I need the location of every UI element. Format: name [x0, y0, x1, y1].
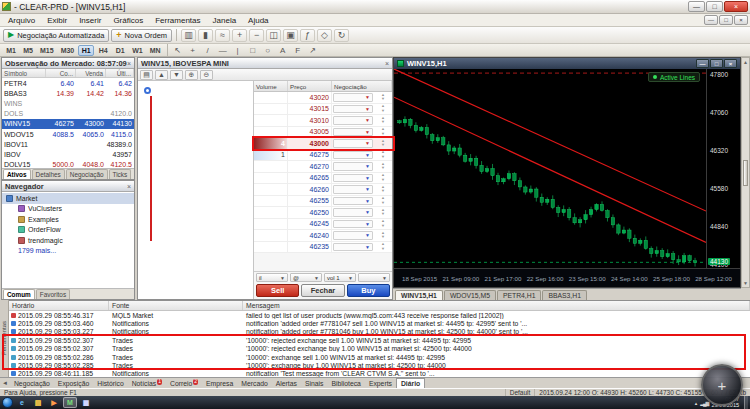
start-button[interactable] — [2, 397, 13, 408]
chart-tab-bbas3-h1[interactable]: BBAS3,H1 — [542, 290, 587, 300]
trade-dropdown[interactable]: ▼ — [333, 243, 373, 252]
dom-price-row[interactable]: 146275▼▲▼ — [254, 150, 392, 162]
column-last[interactable]: Últi... — [106, 69, 134, 77]
mdi-close-button[interactable]: × — [734, 15, 748, 25]
hidden-icons-arrow[interactable]: ▴ — [695, 400, 698, 406]
column-time[interactable]: Horário — [9, 301, 109, 310]
text-icon[interactable]: A — [276, 45, 290, 56]
toolbox-tab-alertas[interactable]: Alertas — [272, 378, 301, 388]
dom-price-row[interactable]: 46255▼▲▼ — [254, 196, 392, 208]
buy-button[interactable]: Buy — [347, 284, 390, 297]
objects-icon[interactable]: ◇ — [317, 29, 332, 42]
timeframe-w1[interactable]: W1 — [129, 45, 146, 56]
dom-price-row[interactable]: 46235▼▲▼ — [254, 242, 392, 254]
market-watch-row[interactable]: IBOV1148389.0 — [2, 139, 134, 149]
zoom-in-icon[interactable]: + — [232, 29, 247, 42]
dom-control-2[interactable]: vol 1▼ — [324, 273, 356, 282]
autotrade-button[interactable]: ▶ Negociação Automatizada — [3, 29, 109, 42]
crosshair-icon[interactable]: + — [186, 45, 200, 56]
close-button[interactable]: × — [724, 1, 748, 12]
vertical-line-icon[interactable]: | — [231, 45, 245, 56]
internet-explorer-icon[interactable]: e — [15, 397, 29, 408]
navigator-item-market[interactable]: Market — [2, 193, 134, 204]
row-spinner[interactable]: ▲▼ — [374, 127, 392, 138]
market-watch-tab-negociacao[interactable]: Negociação — [66, 169, 108, 179]
dom-price-row[interactable]: 43020▼▲▼ — [254, 92, 392, 104]
market-watch-tab-ticks[interactable]: Ticks — [109, 169, 132, 179]
market-watch-row[interactable]: WDOV154088.54065.04115.0 — [2, 129, 134, 139]
column-ask[interactable]: Venda — [76, 69, 106, 77]
trade-dropdown[interactable]: ▼ — [333, 151, 373, 160]
tab-scroll-left-icon[interactable]: ◄ — [2, 380, 8, 386]
orders-down-icon[interactable]: ▼ — [170, 70, 183, 80]
journal-row[interactable]: 2015.09.29 08:55:02.286Trades'10000': ex… — [9, 353, 750, 361]
menu-ferramentas[interactable]: Ferramentas — [149, 16, 206, 25]
menu-exibir[interactable]: Exibir — [41, 16, 73, 25]
row-spinner[interactable]: ▲▼ — [374, 219, 392, 230]
navigator-item-1799-mais[interactable]: 1799 mais... — [2, 246, 134, 257]
dom-control-0[interactable]: il▼ — [256, 273, 288, 282]
navigator-item-vuclusters[interactable]: VuClusters — [2, 204, 134, 215]
indicators-icon[interactable]: ƒ — [300, 29, 315, 42]
media-player-icon[interactable]: ▶ — [47, 397, 61, 408]
market-watch-row[interactable]: DOLV155000.04048.04120.5 — [2, 160, 134, 169]
zoom-out-icon[interactable]: ⊖ — [200, 70, 213, 80]
candles-chart-icon[interactable]: ▮ — [198, 29, 213, 42]
market-watch-row[interactable]: DOLS4120.0 — [2, 109, 134, 119]
explorer-folder-icon[interactable]: ▤ — [31, 397, 45, 408]
horizontal-line-icon[interactable]: — — [216, 45, 230, 56]
dom-price-row[interactable]: 43015▼▲▼ — [254, 104, 392, 116]
toolbox-tab-sinais[interactable]: Sinais — [301, 378, 328, 388]
timeframe-mn[interactable]: MN — [147, 45, 164, 56]
timeframe-d1[interactable]: D1 — [112, 45, 128, 56]
price-scale[interactable]: 47800470604632045580448404410044130 — [706, 69, 740, 269]
dom-control-1[interactable]: @▼ — [290, 273, 322, 282]
navigator-close-icon[interactable]: × — [127, 183, 131, 190]
row-spinner[interactable]: ▲▼ — [374, 207, 392, 218]
menu-graficos[interactable]: Gráficos — [107, 16, 149, 25]
tile-windows-icon[interactable]: ◫ — [266, 29, 281, 42]
row-spinner[interactable]: ▲▼ — [374, 173, 392, 184]
chart-restore-button[interactable]: □ — [710, 59, 723, 68]
navigator-item-trendmagic[interactable]: trendmagic — [2, 235, 134, 246]
timeframe-m1[interactable]: M1 — [3, 45, 19, 56]
toolbox-tab-mercado[interactable]: Mercado — [237, 378, 271, 388]
timeframe-m30[interactable]: M30 — [58, 45, 78, 56]
journal-row[interactable]: 2015.09.29 08:55:02.307Trades'10000': re… — [9, 336, 750, 344]
trade-dropdown[interactable]: ▼ — [333, 208, 373, 217]
metatrader-icon[interactable]: M — [63, 397, 77, 408]
depth-book-icon[interactable]: ▤ — [140, 70, 153, 80]
trade-dropdown[interactable]: ▼ — [333, 139, 373, 148]
dom-price-row[interactable]: 43010▼▲▼ — [254, 115, 392, 127]
toolbox-tab-biblioteca[interactable]: Biblioteca — [327, 378, 364, 388]
maximize-button[interactable]: □ — [706, 1, 723, 12]
row-spinner[interactable]: ▲▼ — [374, 115, 392, 126]
vertical-scrollbar[interactable]: ▲ ▼ — [741, 57, 750, 288]
timeframe-m15[interactable]: M15 — [37, 45, 57, 56]
trade-dropdown[interactable]: ▼ — [333, 105, 373, 114]
toolbox-side-tab[interactable]: Ferramentas — [0, 300, 9, 377]
journal-row[interactable]: 2015.09.29 08:55:02.307Trades'10000': re… — [9, 345, 750, 353]
menu-inserir[interactable]: Inserir — [73, 16, 107, 25]
scroll-down-icon[interactable]: ▼ — [743, 280, 748, 286]
scroll-up-icon[interactable]: ▲ — [743, 59, 748, 65]
column-bid[interactable]: Co... — [46, 69, 76, 77]
menu-ajuda[interactable]: Ajuda — [242, 16, 274, 25]
market-watch-row[interactable]: BBAS314.3914.4214.36 — [2, 88, 134, 98]
toolbox-tab-negociacao[interactable]: Negociação — [10, 378, 54, 388]
mdi-minimize-button[interactable]: — — [704, 15, 718, 25]
column-symbol[interactable]: Símbolo — [2, 69, 46, 77]
line-chart-icon[interactable]: ≈ — [215, 29, 230, 42]
trendline-icon[interactable]: / — [201, 45, 215, 56]
toolbox-tab-noticias[interactable]: Notícias1 — [128, 378, 166, 388]
zoom-in-icon[interactable]: ⊕ — [185, 70, 198, 80]
arrow-icon[interactable]: ↗ — [306, 45, 320, 56]
time-scale[interactable]: 18 Sep 201521 Sep 09:0021 Sep 17:0022 Se… — [394, 268, 740, 287]
navigator-item-examples[interactable]: Examples — [2, 214, 134, 225]
row-spinner[interactable]: ▲▼ — [374, 161, 392, 172]
fibonacci-icon[interactable]: F — [291, 45, 305, 56]
market-watch-tab-ativos[interactable]: Ativos — [3, 169, 31, 179]
market-watch-tab-detalhes[interactable]: Detalhes — [32, 169, 65, 179]
toolbox-tab-historico[interactable]: Histórico — [93, 378, 127, 388]
status-profile[interactable]: Default — [506, 389, 536, 396]
